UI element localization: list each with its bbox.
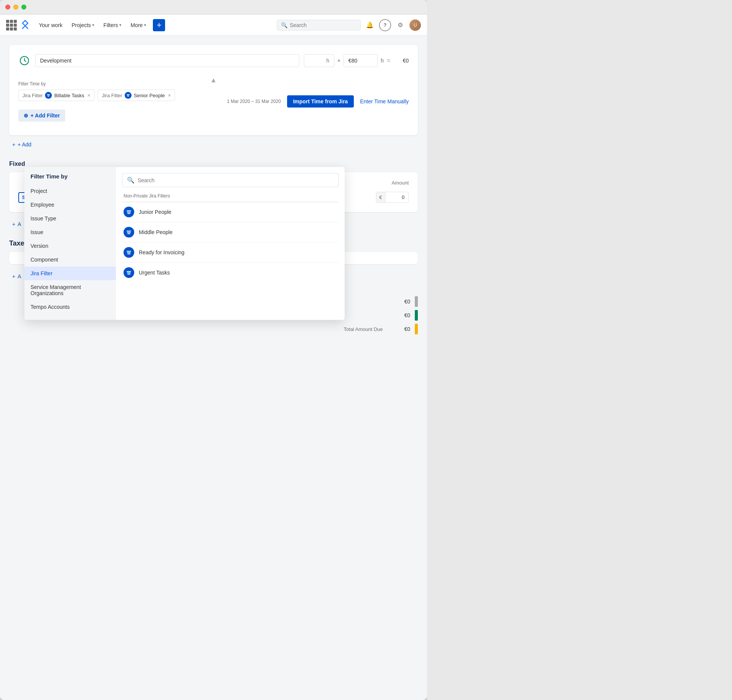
- main-content: × h = €0 ▲ Filter Time by Jira Filter: [0, 36, 427, 700]
- menu-item-issue[interactable]: Issue: [24, 225, 116, 239]
- menu-item-version[interactable]: Version: [24, 239, 116, 253]
- amount-input[interactable]: € 0: [376, 192, 409, 203]
- urgent-tasks-icon: [124, 267, 134, 278]
- svg-rect-13: [127, 251, 131, 252]
- titlebar: [0, 0, 427, 14]
- option-junior-people[interactable]: Junior People: [122, 202, 339, 222]
- svg-rect-3: [48, 96, 49, 97]
- add-filter-button[interactable]: ⊕ + Add Filter: [18, 109, 65, 122]
- time-fields: × h = €0: [304, 54, 409, 67]
- fixed-section-header: Fixed: [9, 160, 418, 168]
- total-display: €0: [393, 58, 409, 64]
- menu-item-jira-filter[interactable]: Jira Filter: [24, 267, 116, 280]
- menu-item-tempo-accounts[interactable]: Tempo Accounts: [24, 300, 116, 314]
- projects-chevron-icon: ▾: [92, 23, 94, 27]
- jira-filter-icon-1: [45, 92, 52, 99]
- create-button[interactable]: +: [153, 19, 165, 31]
- hours-input[interactable]: [304, 54, 334, 67]
- close-button[interactable]: [5, 5, 10, 10]
- total-row-due: Total Amount Due €0: [9, 322, 418, 336]
- nav-filters[interactable]: Filters ▾: [100, 20, 125, 31]
- nav-more[interactable]: More ▾: [127, 20, 150, 31]
- search-input[interactable]: [290, 22, 351, 28]
- menu-item-service-mgmt[interactable]: Service Management Organizations: [24, 280, 116, 300]
- nav-projects[interactable]: Projects ▾: [68, 20, 98, 31]
- equal-sign: =: [387, 57, 390, 64]
- dot-yellow: [415, 324, 418, 334]
- filter-label-row: Filter Time by Jira Filter Billable Task…: [18, 81, 409, 122]
- filter-dropdown: Filter Time by Project Employee Issue Ty…: [24, 167, 345, 320]
- svg-rect-7: [127, 210, 131, 211]
- filter-search-input[interactable]: [138, 177, 334, 183]
- filter-chips: Jira Filter Billable Tasks × Jira Filter: [18, 90, 227, 101]
- svg-rect-2: [47, 95, 50, 96]
- middle-people-icon: [124, 227, 134, 238]
- topnav: Your work Projects ▾ Filters ▾ More ▾ + …: [0, 14, 427, 36]
- option-ready-for-invoicing[interactable]: Ready for Invoicing: [122, 242, 339, 263]
- more-chevron-icon: ▾: [144, 23, 146, 27]
- search-box[interactable]: 🔍: [277, 20, 361, 31]
- jira-filter-icon-2: [125, 92, 132, 99]
- jira-logo[interactable]: [20, 20, 30, 31]
- apps-grid-icon[interactable]: [6, 20, 17, 31]
- chip-senior-people[interactable]: Jira Filter Senior People ×: [98, 90, 175, 101]
- menu-item-component[interactable]: Component: [24, 253, 116, 267]
- euro-prefix: €: [376, 192, 385, 202]
- svg-rect-12: [127, 233, 130, 234]
- svg-rect-8: [127, 212, 131, 213]
- minimize-button[interactable]: [13, 5, 18, 10]
- dot-gray: [415, 296, 418, 307]
- filter-menu-left: Filter Time by Project Employee Issue Ty…: [24, 167, 116, 320]
- total-due-label: Total Amount Due: [344, 326, 383, 332]
- amount-value: 0: [385, 192, 408, 202]
- nav-your-work[interactable]: Your work: [35, 20, 66, 31]
- multiply-separator: ×: [337, 58, 340, 64]
- menu-item-project[interactable]: Project: [24, 184, 116, 198]
- search-icon: 🔍: [281, 22, 287, 28]
- timer-icon: [18, 55, 30, 67]
- svg-rect-11: [127, 232, 131, 233]
- option-middle-people[interactable]: Middle People: [122, 222, 339, 242]
- filter-options-right: 🔍 Non-Private Jira Filters Junior People: [116, 167, 345, 320]
- chip-billable-close-icon[interactable]: ×: [87, 92, 90, 98]
- notifications-icon[interactable]: 🔔: [364, 19, 376, 31]
- add-row-1[interactable]: + + Add: [9, 138, 418, 151]
- non-private-label: Non-Private Jira Filters: [122, 193, 339, 199]
- maximize-button[interactable]: [21, 5, 26, 10]
- filters-chevron-icon: ▾: [119, 23, 121, 27]
- filter-search-box[interactable]: 🔍: [122, 173, 339, 187]
- add-plus-icon: +: [12, 141, 15, 148]
- menu-item-employee[interactable]: Employee: [24, 198, 116, 212]
- middle-people-label: Middle People: [139, 229, 173, 235]
- enter-manually-button[interactable]: Enter Time Manually: [360, 98, 409, 104]
- add-filter-plus-icon: ⊕: [24, 112, 28, 119]
- junior-people-label: Junior People: [139, 209, 172, 215]
- junior-people-icon: [124, 207, 134, 217]
- timer-row: × h = €0: [18, 54, 409, 67]
- svg-rect-18: [127, 274, 130, 275]
- ready-invoicing-icon: [124, 247, 134, 258]
- svg-rect-1: [47, 94, 50, 95]
- chip-senior-close-icon[interactable]: ×: [168, 92, 171, 98]
- chip-billable-tasks[interactable]: Jira Filter Billable Tasks ×: [18, 90, 95, 101]
- timer-card: × h = €0 ▲ Filter Time by Jira Filter: [9, 45, 418, 135]
- svg-rect-5: [127, 95, 129, 96]
- task-input[interactable]: [35, 54, 299, 67]
- help-icon[interactable]: ?: [379, 19, 391, 31]
- option-urgent-tasks[interactable]: Urgent Tasks: [122, 263, 339, 283]
- amount-column-label: Amount: [392, 180, 409, 186]
- svg-rect-15: [127, 254, 130, 254]
- svg-rect-9: [127, 213, 130, 214]
- settings-icon[interactable]: ⚙: [394, 19, 406, 31]
- svg-rect-14: [127, 252, 131, 253]
- dropdown-title: Filter Time by: [24, 173, 116, 184]
- svg-rect-17: [127, 273, 131, 273]
- hours-label: h: [381, 58, 384, 64]
- import-time-button[interactable]: Import Time from Jira: [287, 95, 354, 108]
- filter-actions: 1 Mar 2020 – 31 Mar 2020 Import Time fro…: [227, 95, 409, 108]
- ready-invoicing-label: Ready for Invoicing: [139, 249, 185, 255]
- rate-input[interactable]: [344, 54, 378, 67]
- user-avatar[interactable]: U: [409, 19, 421, 31]
- menu-item-issue-type[interactable]: Issue Type: [24, 212, 116, 225]
- svg-rect-16: [127, 271, 131, 272]
